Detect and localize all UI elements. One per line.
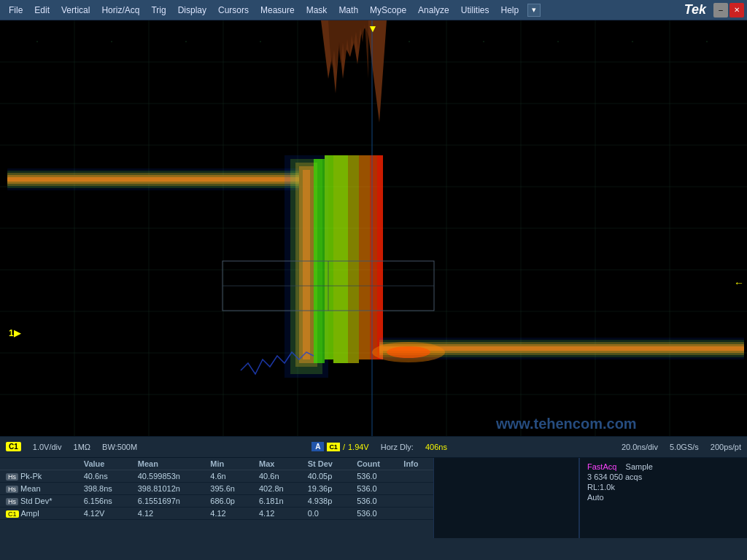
- meas-count-1: 536.0: [351, 482, 398, 494]
- tek-logo: Tek: [684, 2, 712, 18]
- meas-count-2: 536.0: [351, 494, 398, 507]
- svg-point-20: [111, 41, 112, 42]
- rl-info: RL:1.0k: [587, 483, 740, 491]
- measurement-table: Value Mean Min Max St Dev Count Info HsP…: [0, 458, 433, 520]
- meas-value-3: 4.12V: [78, 507, 132, 519]
- menu-utilities[interactable]: Utilities: [455, 0, 495, 20]
- sample-rate: 5.0GS/s: [670, 443, 699, 451]
- meas-value-1: 398.8ns: [78, 482, 132, 494]
- close-button[interactable]: ✕: [729, 3, 744, 18]
- meas-info-1: [398, 482, 433, 494]
- meas-value-0: 40.6ns: [78, 470, 132, 482]
- impedance: 1MΩ: [74, 443, 91, 451]
- meas-mean-3: 4.12: [132, 507, 205, 519]
- trig-slope: /: [343, 443, 345, 451]
- pt-rate: 200ps/pt: [711, 443, 741, 451]
- col-header-max: Max: [253, 458, 302, 470]
- svg-text:▼: ▼: [368, 23, 378, 34]
- meas-stdev-0: 40.05p: [302, 470, 351, 482]
- svg-point-27: [632, 41, 633, 42]
- svg-rect-42: [325, 155, 333, 359]
- menu-help[interactable]: Help: [495, 0, 525, 20]
- menu-analyze[interactable]: Analyze: [412, 0, 455, 20]
- meas-stdev-1: 19.36p: [302, 482, 351, 494]
- svg-point-25: [483, 41, 484, 42]
- menu-measure[interactable]: Measure: [255, 0, 301, 20]
- trig-a-box: A: [311, 442, 324, 451]
- horz-dly-value: 406ns: [425, 443, 447, 451]
- svg-point-22: [260, 41, 261, 42]
- col-header-mean: Mean: [132, 458, 205, 470]
- bottom-panels: Value Mean Min Max St Dev Count Info HsP…: [0, 458, 747, 538]
- volts-div: 1.0V/div: [33, 443, 62, 451]
- meas-info-3: [398, 507, 433, 519]
- meas-name-1: HsMean: [0, 482, 78, 494]
- meas-min-1: 395.6n: [204, 482, 253, 494]
- bandwidth: BW:500M: [102, 443, 137, 451]
- col-header-info: Info: [398, 458, 433, 470]
- meas-mean-0: 40.599853n: [132, 470, 205, 482]
- svg-rect-35: [7, 168, 299, 190]
- svg-text:←: ←: [734, 277, 744, 289]
- col-header-name: [0, 458, 78, 470]
- meas-info-0: [398, 470, 433, 482]
- status-bar: C1 1.0V/div 1MΩ BW:500M A C1 / 1.94V Hor…: [0, 436, 747, 458]
- svg-text:1▶: 1▶: [9, 328, 21, 338]
- table-row: HsStd Dev*6.156ns6.1551697n686.0p6.181n4…: [0, 494, 433, 507]
- table-row: HsPk-Pk40.6ns40.599853n4.6n40.6n40.05p53…: [0, 470, 433, 482]
- meas-stdev-3: 0.0: [302, 507, 351, 519]
- meas-count-3: 536.0: [351, 507, 398, 519]
- bottom-panel: C1 1.0V/div 1MΩ BW:500M A C1 / 1.94V Hor…: [0, 436, 747, 538]
- menu-myscope[interactable]: MyScope: [364, 0, 412, 20]
- col-header-value: Value: [78, 458, 132, 470]
- fast-acq-label: FastAcq Sample: [587, 462, 740, 471]
- menu-file[interactable]: File: [3, 0, 28, 20]
- menu-trig[interactable]: Trig: [145, 0, 171, 20]
- col-header-stdev: St Dev: [302, 458, 351, 470]
- table-row: C1Ampl4.12V4.124.124.120.0536.0: [0, 507, 433, 519]
- menu-cursors[interactable]: Cursors: [212, 0, 255, 20]
- measurement-section: Value Mean Min Max St Dev Count Info HsP…: [0, 458, 433, 538]
- meas-mean-2: 6.1551697n: [132, 494, 205, 507]
- meas-mean-1: 398.81012n: [132, 482, 205, 494]
- table-row: HsMean398.8ns398.81012n395.6n402.8n19.36…: [0, 482, 433, 494]
- ch1-badge: C1: [6, 442, 21, 451]
- horz-dly-label: Horz Dly:: [381, 443, 414, 451]
- svg-point-21: [185, 41, 187, 42]
- menu-edit[interactable]: Edit: [28, 0, 55, 20]
- menu-vertical[interactable]: Vertical: [55, 0, 96, 20]
- center-info-panel: [433, 458, 579, 538]
- meas-value-2: 6.156ns: [78, 494, 132, 507]
- svg-point-24: [409, 41, 410, 42]
- col-header-min: Min: [204, 458, 253, 470]
- svg-rect-47: [377, 155, 383, 359]
- menu-mask[interactable]: Mask: [301, 0, 333, 20]
- minimize-button[interactable]: –: [713, 3, 728, 18]
- scope-display[interactable]: 1▶ ▼ ← www.tehencom.com: [0, 20, 747, 436]
- meas-max-0: 40.6n: [253, 470, 302, 482]
- menu-math[interactable]: Math: [333, 0, 364, 20]
- time-div: 20.0ns/div: [622, 443, 658, 451]
- meas-min-0: 4.6n: [204, 470, 253, 482]
- svg-point-28: [706, 41, 708, 42]
- menubar: File Edit Vertical Horiz/Acq Trig Displa…: [0, 0, 747, 20]
- menu-horizacq[interactable]: Horiz/Acq: [96, 0, 145, 20]
- svg-point-26: [557, 41, 559, 42]
- meas-name-0: HsPk-Pk: [0, 470, 78, 482]
- meas-max-3: 4.12: [253, 507, 302, 519]
- meas-min-3: 4.12: [204, 507, 253, 519]
- trigger-info: A C1 / 1.94V: [311, 442, 369, 451]
- meas-min-2: 686.0p: [204, 494, 253, 507]
- svg-rect-46: [370, 155, 377, 359]
- svg-point-19: [36, 41, 38, 42]
- svg-rect-43: [333, 155, 348, 363]
- svg-rect-45: [359, 155, 370, 359]
- svg-rect-44: [348, 155, 359, 363]
- acq-count: 3 634 050 acqs: [587, 472, 740, 481]
- scope-grid: 1▶ ▼ ← www.tehencom.com: [0, 20, 747, 436]
- trig-level: 1.94V: [348, 443, 369, 451]
- menu-dropdown-button[interactable]: ▾: [527, 4, 541, 17]
- trig-ch1-box: C1: [327, 443, 340, 451]
- menu-display[interactable]: Display: [172, 0, 212, 20]
- meas-name-3: C1Ampl: [0, 507, 78, 519]
